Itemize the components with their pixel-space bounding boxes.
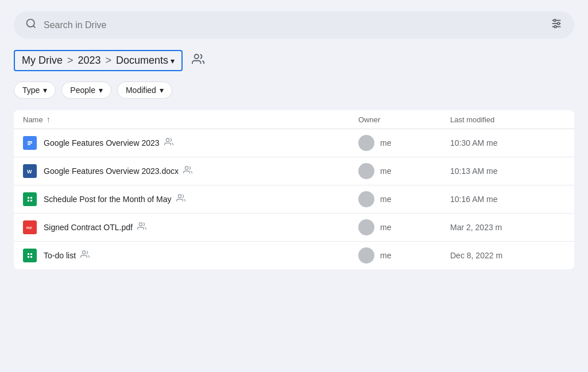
file-label: Schedule Post for the Month of May: [44, 193, 185, 205]
svg-rect-18: [28, 197, 29, 199]
svg-rect-21: [30, 200, 32, 202]
column-name-label: Name: [23, 115, 43, 124]
file-name: Schedule Post for the Month of May: [44, 195, 172, 204]
svg-point-25: [139, 223, 142, 226]
breadcrumb-sep-1: >: [67, 55, 74, 67]
avatar: [358, 191, 374, 207]
filter-people-button[interactable]: People ▾: [61, 82, 111, 99]
filter-type-label: Type: [22, 86, 40, 95]
table-row[interactable]: W Google Features Overview 2023.docx me …: [14, 157, 574, 185]
svg-rect-12: [28, 144, 30, 145]
file-icon-docs: [23, 136, 37, 150]
svg-rect-17: [26, 195, 34, 203]
svg-text:PDF: PDF: [26, 226, 32, 230]
file-label: To-do list: [44, 250, 90, 261]
owner-name: me: [380, 223, 391, 232]
column-modified: Last modified: [450, 115, 565, 124]
svg-line-1: [33, 26, 36, 28]
shared-icon: [80, 250, 90, 261]
modified-cell: Mar 2, 2023 m: [450, 223, 565, 232]
svg-point-22: [178, 195, 181, 197]
search-left: [25, 18, 550, 32]
filter-modified-arrow: ▾: [160, 86, 164, 95]
column-name[interactable]: Name ↑: [23, 115, 358, 124]
file-name-cell: To-do list: [23, 249, 358, 262]
table-header: Name ↑ Owner Last modified: [14, 110, 574, 129]
table-row[interactable]: PDF Signed Contract OTL.pdf me Mar 2, 20…: [14, 214, 574, 242]
filter-modified-label: Modified: [126, 86, 156, 95]
filter-sliders-icon[interactable]: [550, 17, 563, 33]
svg-point-16: [185, 166, 188, 169]
search-icon: [25, 18, 37, 32]
file-label: Google Features Overview 2023.docx: [44, 165, 192, 177]
svg-rect-10: [28, 141, 32, 142]
modified-cell: 10:16 AM me: [450, 195, 565, 204]
shared-icon: [183, 165, 192, 177]
shared-icon: [176, 193, 185, 205]
file-icon-word: W: [23, 164, 37, 178]
search-bar: [14, 11, 574, 38]
owner-name: me: [380, 138, 391, 148]
filter-row: Type ▾ People ▾ Modified ▾: [14, 82, 574, 99]
avatar: [358, 219, 374, 235]
file-table-wrapper: Name ↑ Owner Last modified Google Featur…: [14, 110, 574, 269]
filter-modified-button[interactable]: Modified ▾: [117, 82, 172, 99]
modified-cell: 10:30 AM me: [450, 138, 565, 148]
svg-rect-29: [28, 256, 29, 258]
breadcrumb-dropdown-arrow: ▾: [171, 56, 175, 65]
file-name: Google Features Overview 2023.docx: [44, 166, 179, 176]
search-input[interactable]: [44, 20, 550, 30]
owner-name: me: [380, 166, 391, 176]
owner-name: me: [380, 195, 391, 204]
filter-people-label: People: [70, 86, 95, 95]
breadcrumb-bar: My Drive > 2023 > Documents ▾: [14, 50, 574, 71]
column-owner: Owner: [358, 115, 450, 124]
svg-rect-19: [30, 197, 32, 199]
owner-cell: me: [358, 135, 450, 151]
owner-cell: me: [358, 219, 450, 235]
svg-rect-11: [28, 143, 32, 144]
avatar: [358, 247, 374, 264]
breadcrumb-2023[interactable]: 2023: [78, 55, 101, 67]
page-container: My Drive > 2023 > Documents ▾ Type ▾ Peo…: [0, 0, 588, 281]
svg-rect-30: [30, 256, 32, 258]
svg-point-0: [27, 20, 34, 27]
svg-point-13: [166, 138, 169, 141]
modified-cell: 10:13 AM me: [450, 166, 565, 176]
svg-point-6: [558, 22, 560, 25]
file-name-cell: PDF Signed Contract OTL.pdf: [23, 220, 358, 234]
owner-cell: me: [358, 163, 450, 179]
svg-point-5: [554, 20, 556, 22]
share-people-icon[interactable]: [192, 53, 204, 68]
sort-arrow-icon: ↑: [47, 115, 51, 124]
table-row[interactable]: To-do list me Dec 8, 2022 m: [14, 242, 574, 269]
file-name-cell: Google Features Overview 2023: [23, 136, 358, 150]
modified-cell: Dec 8, 2022 m: [450, 251, 565, 260]
breadcrumb-sep-2: >: [106, 55, 112, 67]
table-row[interactable]: Google Features Overview 2023 me 10:30 A…: [14, 129, 574, 157]
shared-icon: [164, 137, 173, 149]
breadcrumb-mydrive[interactable]: My Drive: [22, 55, 63, 67]
file-label: Google Features Overview 2023: [44, 137, 173, 149]
svg-rect-26: [26, 251, 34, 259]
filter-type-button[interactable]: Type ▾: [14, 82, 56, 99]
svg-point-31: [82, 251, 85, 254]
svg-point-7: [554, 26, 556, 28]
table-row[interactable]: Schedule Post for the Month of May me 10…: [14, 185, 574, 214]
avatar: [358, 135, 374, 151]
breadcrumb-documents[interactable]: Documents ▾: [116, 55, 175, 67]
file-name: Google Features Overview 2023: [44, 138, 160, 148]
filter-people-arrow: ▾: [99, 86, 103, 95]
svg-point-8: [195, 55, 199, 59]
shared-icon: [137, 222, 146, 233]
owner-cell: me: [358, 191, 450, 207]
file-label: Signed Contract OTL.pdf: [44, 222, 146, 233]
owner-name: me: [380, 251, 391, 260]
svg-rect-28: [30, 253, 32, 255]
filter-type-arrow: ▾: [43, 86, 47, 95]
svg-text:W: W: [27, 169, 32, 175]
file-name: To-do list: [44, 251, 76, 260]
svg-rect-20: [28, 200, 29, 202]
file-name-cell: Schedule Post for the Month of May: [23, 192, 358, 206]
avatar: [358, 163, 374, 179]
